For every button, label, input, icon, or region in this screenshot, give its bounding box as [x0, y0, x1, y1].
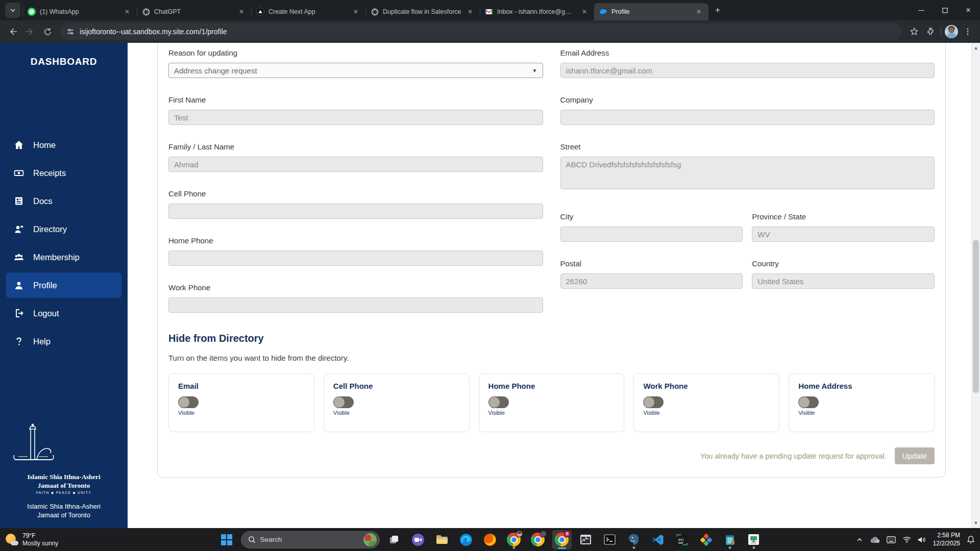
scroll-up-arrow-icon[interactable]: ▲ [972, 44, 980, 52]
postgresql-button[interactable] [624, 530, 644, 549]
clock-time: 2:58 PM [933, 532, 960, 540]
pycharm-button[interactable]: PC [672, 530, 692, 549]
vscode-button[interactable] [648, 530, 668, 549]
wifi-icon[interactable] [902, 536, 911, 543]
sidebar-item-docs[interactable]: Docs [6, 188, 121, 214]
email-input[interactable] [560, 63, 935, 78]
system-monitor-button[interactable] [576, 530, 596, 549]
tray-chevron-up-icon[interactable] [856, 536, 863, 543]
gmail-icon [485, 8, 493, 16]
page-scrollbar[interactable]: ▲ ▼ [971, 43, 980, 528]
reason-label: Reason for updating [168, 48, 543, 58]
home-phone-visibility-toggle[interactable] [488, 396, 509, 408]
window-close-button[interactable]: ✕ [957, 0, 980, 20]
terminal-button[interactable] [600, 530, 620, 549]
street-textarea[interactable]: ABCD Drivedfsfsfsfsfsfsfsfsfsfsfsg [560, 157, 935, 189]
sidebar-item-home[interactable]: Home [6, 132, 121, 158]
tab-profile-active[interactable]: Profile ✕ [594, 3, 708, 20]
tab-chatgpt[interactable]: ChatGPT ✕ [137, 3, 251, 20]
window-maximize-button[interactable] [933, 0, 957, 20]
video-app-button[interactable] [408, 530, 428, 549]
reload-button[interactable] [39, 23, 56, 40]
profile-avatar-button[interactable] [943, 23, 960, 40]
scrollbar-thumb[interactable] [973, 240, 979, 393]
taskbar-search[interactable]: Search [241, 531, 380, 548]
terminal-icon [603, 533, 616, 546]
tab-close-icon[interactable]: ✕ [694, 7, 703, 16]
cell-phone-input[interactable] [168, 204, 543, 219]
notification-bell-icon[interactable] [967, 535, 975, 544]
hide-directory-title: Hide from Directory [168, 333, 935, 344]
work-phone-visibility-toggle[interactable] [643, 396, 664, 408]
site-info-icon[interactable] [66, 28, 75, 36]
country-input[interactable] [752, 273, 935, 289]
search-highlight-icon[interactable] [363, 533, 377, 546]
notes-app-button[interactable] [720, 530, 740, 549]
weather-temp: 79°F [22, 532, 58, 540]
sidebar-item-help[interactable]: Help [6, 329, 121, 354]
touch-keyboard-icon[interactable] [887, 536, 896, 543]
tab-whatsapp[interactable]: (1) WhatsApp ✕ [22, 3, 137, 20]
toggle-state: Visible [798, 410, 925, 416]
file-explorer-button[interactable] [432, 530, 452, 549]
diamond-shapes-app-button[interactable] [696, 530, 716, 549]
sidebar-item-logout[interactable]: Logout [6, 300, 121, 326]
chrome-secondary-button[interactable] [528, 530, 548, 549]
file-explorer-icon [435, 533, 449, 546]
bookmark-star-button[interactable] [906, 23, 922, 40]
browser-menu-button[interactable] [960, 23, 976, 40]
new-tab-button[interactable]: + [710, 3, 725, 17]
volume-icon[interactable] [918, 536, 926, 543]
province-input[interactable] [752, 227, 935, 242]
tab-title: Create Next App [268, 8, 347, 15]
cell-phone-visibility-toggle[interactable] [333, 396, 354, 408]
tab-search-button[interactable] [5, 3, 20, 18]
window-minimize-button[interactable]: — [910, 0, 933, 20]
tab-close-icon[interactable]: ✕ [580, 7, 589, 16]
monitor-tool-button[interactable] [744, 530, 764, 549]
sidebar-item-directory[interactable]: Directory [6, 216, 121, 242]
update-button[interactable]: Update [895, 447, 935, 464]
sidebar-item-membership[interactable]: Membership [6, 244, 121, 270]
salesforce-cloud-icon [599, 8, 607, 16]
scroll-down-arrow-icon[interactable]: ▼ [972, 519, 980, 527]
reason-select[interactable]: Address change request ▼ [168, 63, 543, 78]
home-phone-label: Home Phone [168, 236, 543, 246]
start-button[interactable] [217, 530, 236, 549]
tab-close-icon[interactable]: ✕ [465, 7, 475, 16]
first-name-input[interactable] [168, 110, 543, 125]
forward-button[interactable] [21, 23, 39, 40]
help-icon [13, 336, 24, 347]
url-bar[interactable]: isijoftoronto--uat.sandbox.my.site.com/1… [60, 23, 902, 40]
tab-create-next-app[interactable]: Create Next App ✕ [251, 3, 365, 20]
tab-gmail-inbox[interactable]: Inbox - ishann.tforce@gmail.co ✕ [480, 3, 594, 20]
work-phone-input[interactable] [168, 297, 543, 313]
taskbar-weather-widget[interactable]: 79°F Mostly sunny [5, 532, 58, 547]
city-input[interactable] [560, 227, 743, 242]
back-button[interactable] [4, 23, 21, 40]
company-input[interactable] [560, 110, 935, 125]
sidebar-item-profile[interactable]: Profile [6, 272, 121, 298]
chrome-profile-button[interactable] [504, 530, 524, 549]
last-name-input[interactable] [168, 157, 543, 172]
firefox-icon [483, 533, 497, 546]
monitor-tool-icon [747, 533, 760, 546]
tab-close-icon[interactable]: ✕ [237, 7, 246, 16]
pending-request-message: You already have a pending update reques… [700, 452, 887, 460]
email-visibility-toggle[interactable] [178, 396, 199, 408]
province-field: Province / State [752, 212, 935, 242]
chrome-active-button[interactable]: S [552, 530, 572, 549]
onedrive-icon[interactable] [870, 536, 880, 543]
taskbar-clock[interactable]: 2:58 PM 12/2/2025 [933, 532, 960, 547]
postal-input[interactable] [560, 273, 743, 289]
tab-close-icon[interactable]: ✕ [351, 7, 360, 16]
tab-duplicate-flow[interactable]: Duplicate flow in Salesforce ✕ [365, 3, 480, 20]
extensions-button[interactable] [922, 23, 939, 40]
home-phone-input[interactable] [168, 251, 543, 266]
edge-button[interactable] [456, 530, 476, 549]
task-view-button[interactable] [384, 530, 404, 549]
sidebar-item-receipts[interactable]: Receipts [6, 160, 121, 186]
firefox-button[interactable] [480, 530, 500, 549]
home-address-visibility-toggle[interactable] [798, 396, 819, 408]
tab-close-icon[interactable]: ✕ [122, 7, 132, 16]
